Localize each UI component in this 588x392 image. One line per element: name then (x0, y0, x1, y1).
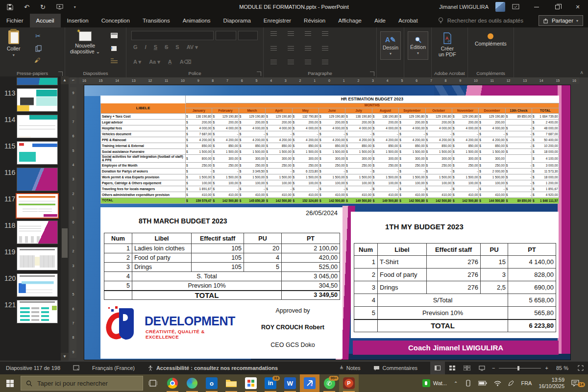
tab-accueil[interactable]: Accueil (30, 14, 61, 27)
taskbar-search[interactable]: Taper ici pour rechercher (21, 376, 143, 391)
layout-icon[interactable] (110, 32, 118, 39)
view-slideshow-button[interactable] (474, 362, 489, 374)
edit-button[interactable]: Édition ▾ (408, 31, 428, 60)
accessibility-status[interactable]: Accessibilité : consultez nos recommanda… (147, 365, 278, 371)
view-reading-button[interactable] (460, 362, 474, 374)
thumbnail-item[interactable]: 116 (0, 168, 61, 191)
clipboard-dialog-launcher[interactable] (58, 72, 63, 76)
justify-button[interactable] (322, 60, 328, 64)
tab-transitions[interactable]: Transitions (136, 14, 176, 27)
bullets-button[interactable] (270, 31, 277, 36)
paste-button[interactable]: Coller▾ (7, 30, 20, 57)
slide-thumbnail-117[interactable] (17, 194, 58, 218)
collapse-ribbon-icon[interactable]: ˄ (580, 70, 583, 75)
line-spacing-button[interactable] (305, 31, 311, 36)
thumbnail-item[interactable]: 114 (0, 115, 61, 138)
tab-conception[interactable]: Conception (95, 14, 136, 27)
bold-button[interactable]: G (133, 44, 138, 50)
slide-thumbnail-118[interactable] (17, 220, 58, 244)
thumbnail-item[interactable]: 121 (0, 300, 61, 323)
whatsapp-icon[interactable]: ✆99+ (319, 374, 339, 392)
tab-insertion[interactable]: Insertion (61, 14, 95, 27)
numbering-button[interactable] (288, 31, 294, 36)
thumbnail-item[interactable]: 115 (0, 141, 61, 165)
hr-budget-sheet[interactable]: HR ESTIMATION BUDGET 2023LIBELEMONTHSJan… (100, 96, 559, 204)
tab-affichage[interactable]: Affichage (332, 14, 368, 27)
align-center-button[interactable] (288, 60, 294, 64)
thumbnail-item[interactable]: 118 (0, 220, 61, 244)
font-color-button[interactable]: A ▾ (133, 59, 141, 65)
display-settings-icon[interactable] (73, 365, 79, 371)
undo-icon[interactable]: ↶ (24, 3, 29, 11)
align-right-button[interactable] (305, 60, 311, 64)
columns-button[interactable] (288, 46, 294, 50)
thumbnail-item[interactable]: 117 (0, 194, 61, 218)
tab-animations[interactable]: Animations (176, 14, 217, 27)
draw-button[interactable]: A✎ Dessin ▾ (380, 31, 401, 60)
thumbnail-item[interactable]: 113 (0, 88, 61, 112)
battery-icon[interactable] (478, 381, 487, 386)
tab-enregistrer[interactable]: Enregistrer (257, 14, 297, 27)
char-spacing-button[interactable]: AV ▾ (187, 44, 198, 50)
font-grow-shrink[interactable] (238, 31, 258, 40)
font-dialog-launcher[interactable] (257, 72, 261, 76)
slide-thumbnail-120[interactable] (17, 273, 58, 297)
addins-button[interactable]: Compléments (475, 33, 507, 47)
indent-button[interactable] (270, 46, 277, 50)
account-name[interactable]: Jimanel LWIGULIRA (439, 4, 489, 10)
share-button[interactable]: Partager ▾ (539, 15, 583, 26)
new-slide-button[interactable]: Nouvelle diapositive ⌄ (70, 31, 100, 54)
copy-icon[interactable] (35, 45, 42, 52)
outlook-icon[interactable]: o (202, 374, 221, 392)
powerpoint-icon[interactable]: P (339, 374, 359, 392)
align-left-button[interactable] (270, 60, 277, 64)
task-view-button[interactable] (143, 374, 163, 392)
vertical-ruler[interactable]: 9876543210123456789 (70, 87, 76, 358)
scroll-up-icon[interactable]: ▲ (61, 76, 69, 84)
tray-expand-icon[interactable]: ⌃ (454, 381, 458, 386)
language-status[interactable]: Français (France) (92, 365, 135, 371)
clear-format-button[interactable]: A⌫ (180, 59, 192, 65)
qat-customize-icon[interactable]: ▾ (74, 5, 76, 9)
scroll-down-icon[interactable]: ▼ (61, 353, 69, 361)
zoom-knob[interactable] (517, 366, 519, 370)
may-budget-sheet[interactable]: 1TH MY BUDGET 2023 NumLibelEffectif staf… (351, 212, 559, 338)
highlight-button[interactable]: A̲ (168, 59, 172, 65)
italic-button[interactable]: I (145, 44, 147, 50)
slide-thumbnail-115[interactable] (17, 141, 58, 165)
tab-révision[interactable]: Révision (297, 14, 332, 27)
change-case-button[interactable]: Aa ▾ (149, 59, 160, 65)
presenter-display-icon[interactable] (512, 4, 519, 10)
chrome-icon[interactable] (163, 374, 182, 392)
zoom-slider[interactable]: − + (492, 365, 548, 371)
tray-clock[interactable]: 13:59 16/10/2025 (539, 377, 564, 390)
zoom-out-icon[interactable]: − (492, 365, 495, 371)
ms-store-icon[interactable] (241, 374, 261, 392)
notes-toggle[interactable]: ≜Notes (340, 365, 360, 371)
create-pdf-button[interactable]: A Créer un PDF (439, 32, 456, 57)
slide-thumbnail-partial[interactable] (17, 77, 58, 85)
tab-acrobat[interactable]: Acrobat (392, 14, 424, 27)
scrollbar-thumb[interactable] (62, 228, 68, 258)
linkedin-icon[interactable]: in33 (261, 374, 280, 392)
start-button[interactable] (0, 374, 20, 392)
slide-thumbnail-119[interactable] (17, 247, 58, 270)
thumbnail-item[interactable]: 120 (0, 273, 61, 297)
avatar[interactable] (495, 2, 505, 12)
smartart-convert-button[interactable] (322, 46, 328, 50)
format-painter-icon[interactable]: 🖌 (34, 57, 40, 64)
app-arrow-icon[interactable] (300, 374, 319, 392)
reset-slide-icon[interactable] (110, 45, 118, 52)
view-sorter-button[interactable] (445, 362, 460, 374)
slide-thumbnail-121[interactable] (17, 300, 58, 323)
your-phone-icon[interactable] (465, 380, 471, 387)
paragraph-dialog-launcher[interactable] (370, 72, 374, 76)
slide-canvas[interactable]: HR ESTIMATION BUDGET 2023LIBELEMONTHSJan… (84, 85, 570, 360)
restore-button[interactable] (547, 0, 567, 14)
tell-me-search[interactable]: Rechercher des outils adaptés (438, 14, 523, 27)
text-direction-button[interactable] (322, 31, 328, 36)
underline-button[interactable]: S (154, 44, 157, 50)
pen-icon[interactable] (508, 380, 514, 386)
wifi-icon[interactable] (494, 381, 501, 386)
cut-icon[interactable]: ✂ (35, 32, 41, 40)
